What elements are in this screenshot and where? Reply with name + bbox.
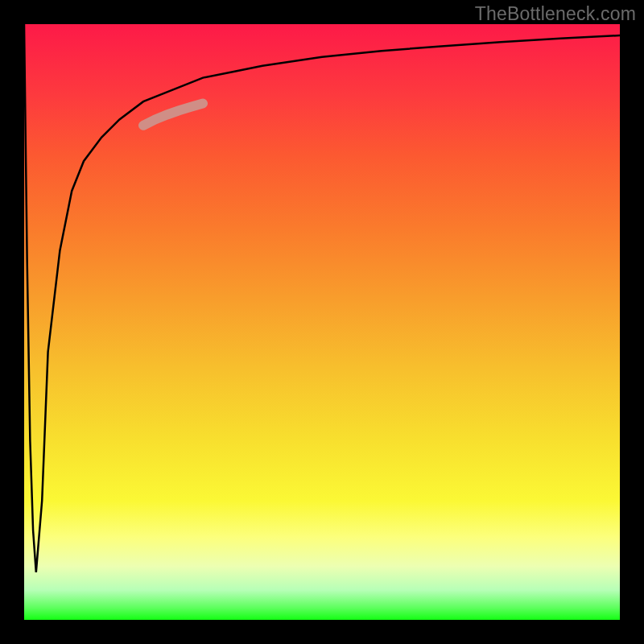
bottleneck-chart: TheBottleneck.com — [0, 0, 644, 644]
highlight-segment — [143, 103, 203, 125]
curve-layer — [24, 24, 620, 620]
watermark-text: TheBottleneck.com — [475, 3, 636, 25]
main-curve — [24, 24, 620, 572]
